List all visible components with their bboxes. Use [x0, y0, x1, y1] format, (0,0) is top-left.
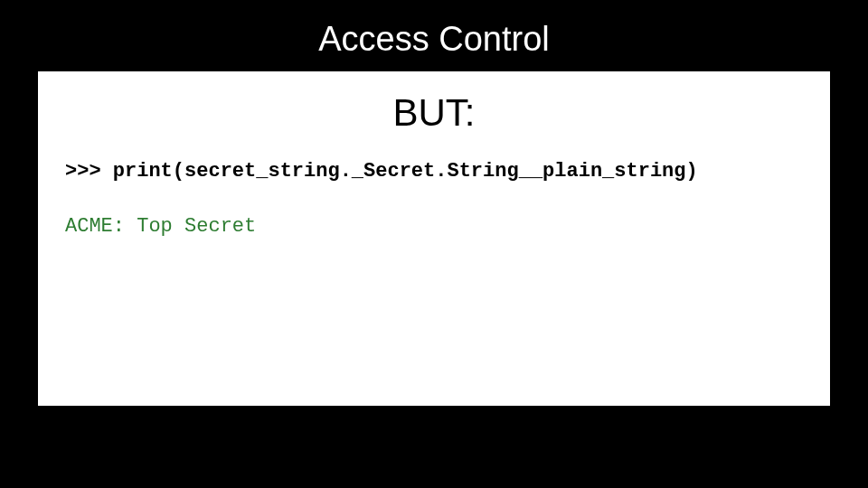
code-output-line: ACME: Top Secret	[65, 215, 803, 238]
slide-title: Access Control	[0, 0, 868, 71]
content-panel: BUT: >>> print(secret_string._Secret.Str…	[38, 71, 830, 406]
subtitle-heading: BUT:	[65, 91, 803, 135]
code-input-line: >>> print(secret_string._Secret.String__…	[65, 160, 803, 183]
